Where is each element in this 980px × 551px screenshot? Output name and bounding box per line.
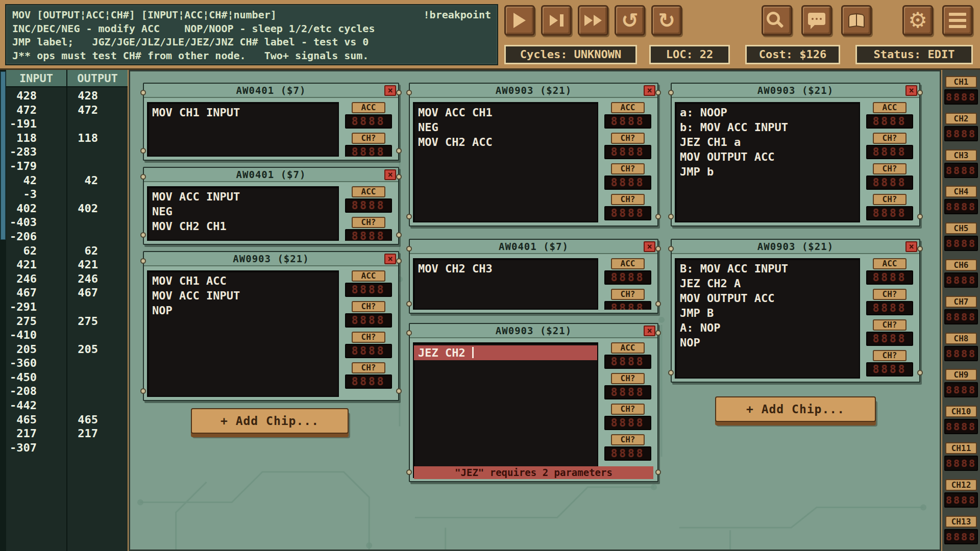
chip-close-icon[interactable]: × (384, 85, 396, 96)
code-editor[interactable]: a: NOOPb: MOV ACC INPUTJEZ CH1 aMOV OUTP… (675, 102, 860, 222)
channel-selector[interactable]: CH? (352, 301, 385, 312)
channel-indicator: CH28888 (942, 113, 980, 141)
channel-selector[interactable]: CH? (611, 373, 645, 384)
step-button[interactable] (541, 5, 572, 36)
output-value: 472 (67, 103, 128, 117)
chip-header[interactable]: AW0903 ($21)× (410, 324, 657, 338)
channel-selector[interactable]: CH? (873, 350, 906, 361)
channel-selector[interactable]: CH? (873, 289, 906, 300)
chip-close-icon[interactable]: × (905, 85, 917, 96)
channel-selector[interactable]: CH? (611, 194, 645, 205)
code-line: MOV CH2 ACC (418, 135, 593, 149)
output-value (67, 145, 128, 159)
chip[interactable]: AW0903 ($21)×MOV CH1 ACCMOV ACC INPUTNOP… (143, 251, 399, 401)
chip[interactable]: AW0903 ($21)×JEZ CH2 ACC8888CH?8888CH?88… (409, 323, 658, 482)
breakpoint-hint: !breakpoint (424, 8, 491, 22)
chip-header[interactable]: AW0903 ($21)× (144, 252, 398, 266)
io-scrollbar[interactable] (0, 70, 6, 551)
channel-display: 8888 (944, 126, 978, 141)
segment-display: 8888 (345, 313, 392, 328)
chip-close-icon[interactable]: × (384, 254, 396, 264)
chip-close-icon[interactable]: × (644, 325, 655, 336)
chip[interactable]: AW0401 ($7)×MOV ACC INPUTNEGMOV CH2 CH1A… (143, 167, 399, 245)
channel-label: CH3 (945, 149, 977, 161)
rivet (406, 90, 412, 95)
manual-button[interactable] (841, 5, 872, 36)
channel-register: CH?8888 (866, 133, 913, 159)
code-line: a: NOOP (680, 105, 855, 120)
search-icon (767, 12, 780, 25)
code-editor[interactable]: MOV CH2 CH3 (413, 258, 598, 310)
chip[interactable]: AW0903 ($21)×B: MOV ACC INPUTJEZ CH2 AMO… (671, 239, 920, 383)
channel-indicator: CH48888 (942, 186, 980, 214)
add-chip-button[interactable]: + Add Chip... (191, 408, 349, 434)
chip-header[interactable]: AW0401 ($7)× (144, 168, 398, 182)
code-line: NEG (152, 204, 334, 219)
input-value: -3 (6, 187, 66, 202)
channel-selector[interactable]: CH? (873, 319, 906, 331)
code-editor[interactable]: B: MOV ACC INPUTJEZ CH2 AMOV OUTPUT ACCJ… (675, 258, 860, 379)
channel-display: 8888 (944, 309, 978, 324)
code-line: MOV ACC CH1 (418, 105, 593, 120)
chip-close-icon[interactable]: × (384, 169, 396, 180)
chip[interactable]: AW0401 ($7)×MOV CH1 INPUTACC8888CH?8888 (143, 83, 399, 161)
channel-register: CH?8888 (604, 373, 651, 399)
chip-header[interactable]: AW0401 ($7)× (410, 240, 657, 254)
channel-selector[interactable]: CH? (611, 404, 645, 415)
input-value: -360 (6, 356, 66, 370)
chip-header[interactable]: AW0903 ($21)× (672, 84, 919, 98)
chip-body: MOV CH1 INPUTACC8888CH?8888 (144, 99, 398, 160)
code-editor[interactable]: JEZ CH2 (413, 342, 598, 478)
chip[interactable]: AW0401 ($7)×MOV CH2 CH3ACC8888CH?8888 (409, 239, 658, 314)
channel-selector[interactable]: CH? (611, 289, 645, 300)
scrollbar-thumb[interactable] (1, 71, 6, 240)
channel-selector[interactable]: CH? (611, 133, 645, 144)
search-button[interactable] (762, 5, 792, 36)
channel-selector[interactable]: CH? (611, 163, 645, 174)
chip-close-icon[interactable]: × (644, 85, 655, 96)
acc-register: ACC8888 (866, 258, 913, 285)
chip-title: AW0903 ($21) (496, 85, 572, 96)
chip-header[interactable]: AW0903 ($21)× (672, 240, 919, 254)
code-editor[interactable]: MOV CH1 INPUT (147, 102, 339, 157)
code-editor[interactable]: MOV ACC CH1NEGMOV CH2 ACC (413, 102, 598, 222)
chip[interactable]: AW0903 ($21)×a: NOOPb: MOV ACC INPUTJEZ … (671, 83, 920, 227)
add-chip-button[interactable]: + Add Chip... (715, 396, 876, 422)
channel-selector[interactable]: CH? (352, 332, 385, 343)
channel-selector[interactable]: CH? (873, 194, 906, 205)
channel-selector[interactable]: CH? (352, 133, 385, 144)
channel-selector[interactable]: CH? (873, 133, 906, 144)
settings-button[interactable]: ⚙ (902, 5, 933, 36)
chip-header[interactable]: AW0903 ($21)× (410, 84, 657, 98)
segment-display: 8888 (866, 176, 913, 190)
menu-button[interactable] (942, 5, 973, 36)
undo-button[interactable]: ↺ (615, 5, 645, 36)
code-line: MOV CH2 CH1 (152, 219, 334, 234)
fast-forward-button[interactable] (578, 5, 608, 36)
chip-close-icon[interactable]: × (905, 241, 917, 252)
output-column-header: OUTPUT (67, 70, 128, 87)
channel-selector[interactable]: CH? (352, 217, 385, 228)
chip-registers: ACC8888CH?8888CH?8888CH?8888 (601, 342, 654, 478)
loc-indicator: LOC: 22 (649, 45, 730, 64)
play-button[interactable] (504, 5, 535, 36)
redo-button[interactable]: ↻ (651, 5, 682, 36)
channel-display: 8888 (944, 163, 978, 178)
chip-close-icon[interactable]: × (644, 241, 655, 252)
chip-header[interactable]: AW0401 ($7)× (144, 84, 398, 98)
cost-indicator: Cost: $126 (745, 45, 840, 64)
code-editor[interactable]: MOV ACC INPUTNEGMOV CH2 CH1 (147, 186, 339, 241)
output-column: OUTPUT 428472118424026242124646727520546… (67, 70, 128, 551)
chip-body: MOV CH2 CH3ACC8888CH?8888 (410, 255, 657, 313)
channel-label: CH2 (945, 113, 977, 124)
output-value: 62 (67, 244, 128, 258)
output-value: 275 (67, 314, 128, 329)
chip[interactable]: AW0903 ($21)×MOV ACC CH1NEGMOV CH2 ACCAC… (409, 83, 658, 227)
channel-selector[interactable]: CH? (611, 434, 645, 445)
feedback-button[interactable] (801, 5, 832, 36)
code-editor[interactable]: MOV CH1 ACCMOV ACC INPUTNOP (147, 270, 339, 397)
step-forward-icon (550, 14, 564, 27)
channel-selector[interactable]: CH? (873, 163, 906, 174)
code-line: JEZ CH1 a (680, 135, 855, 149)
channel-selector[interactable]: CH? (352, 362, 385, 373)
